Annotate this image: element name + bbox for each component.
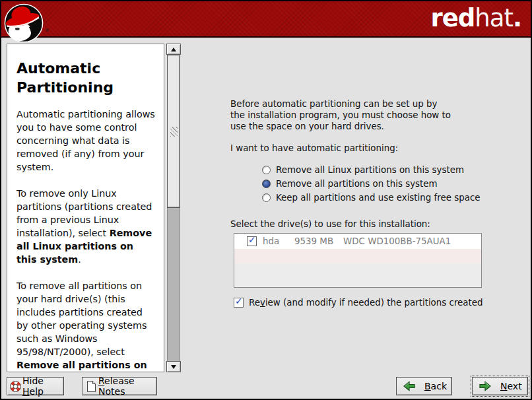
radio-label: Remove all partitions on this system: [276, 179, 438, 189]
triangle-down-icon: [171, 365, 176, 369]
redhat-wordmark: redhat.: [430, 4, 521, 33]
hide-help-button[interactable]: Hide Help: [7, 377, 64, 395]
redhat-shadowman-icon: [3, 3, 44, 44]
help-panel: Automatic Partitioning Automatic partiti…: [7, 44, 164, 372]
drive-model: WDC WD100BB-75AUA1: [343, 236, 451, 246]
next-button-focus-ring: Next: [471, 376, 529, 397]
checkmark-icon: ✓: [248, 235, 256, 245]
next-button[interactable]: Next: [472, 377, 528, 395]
drive-size: 9539 MB: [294, 236, 334, 246]
back-label: Back: [424, 381, 447, 391]
help-paragraph-2: To remove only Linux partitions (partiti…: [17, 187, 155, 266]
title-banner: redhat.: [1, 1, 531, 38]
wordmark-hat: hat: [475, 4, 513, 32]
drives-label: Select the drive(s) to use for this inst…: [230, 219, 430, 229]
drive-device: hda: [263, 236, 294, 246]
radio-button[interactable]: [262, 166, 271, 174]
radio-label: Keep all partitions and use existing fre…: [276, 193, 481, 203]
partitioning-prompt: I want to have automatic partitioning:: [230, 143, 398, 153]
checkmark-icon: ✓: [235, 296, 243, 306]
help-paragraph-3: To remove all partitions on your hard dr…: [17, 279, 155, 372]
drive-checkbox[interactable]: ✓: [247, 236, 257, 246]
scroll-up-button[interactable]: [166, 44, 181, 55]
help-scrollbar[interactable]: [166, 44, 181, 372]
radio-remove-linux[interactable]: Remove all Linux partitions on this syst…: [262, 163, 481, 177]
radio-keep-all[interactable]: Keep all partitions and use existing fre…: [262, 191, 481, 205]
scroll-down-button[interactable]: [166, 361, 181, 372]
scrollbar-track[interactable]: [167, 55, 180, 361]
radio-remove-all[interactable]: Remove all partitions on this system: [262, 177, 481, 191]
arrow-right-icon: [479, 381, 491, 391]
hide-help-label: Hide Help: [22, 376, 59, 397]
thumb-grip-icon: [170, 127, 178, 137]
document-icon: [86, 380, 97, 393]
back-button[interactable]: Back: [396, 377, 452, 395]
drive-row-hda[interactable]: ✓ hda 9539 MB WDC WD100BB-75AUA1: [234, 234, 481, 249]
release-notes-button[interactable]: Release Notes: [82, 377, 157, 395]
review-checkbox[interactable]: ✓: [234, 298, 244, 308]
release-notes-label: Release Notes: [98, 376, 152, 397]
wordmark-period: .: [513, 4, 521, 32]
help-paragraph-1: Automatic partitioning allows you to hav…: [17, 108, 155, 174]
life-preserver-icon: [9, 380, 22, 393]
triangle-up-icon: [171, 48, 176, 51]
help-title: Automatic Partitioning: [17, 59, 155, 97]
installer-window: redhat. ® Automatic Partitioning Automat…: [0, 0, 532, 400]
arrow-left-icon: [403, 381, 415, 391]
registered-trademark: ®: [45, 28, 50, 33]
drive-list: ✓ hda 9539 MB WDC WD100BB-75AUA1: [234, 233, 482, 288]
intro-text: Before automatic partitioning can be set…: [230, 98, 452, 132]
radio-button[interactable]: [262, 193, 271, 202]
scrollbar-thumb[interactable]: [167, 55, 180, 208]
partitioning-radio-group: Remove all Linux partitions on this syst…: [262, 163, 481, 205]
radio-button-selected[interactable]: [262, 180, 271, 188]
wordmark-red: red: [430, 4, 475, 32]
review-label: Review (and modify if needed) the partit…: [249, 298, 483, 308]
drive-list-empty-row: [234, 249, 481, 263]
help-paragraph-3-text: To remove all partitions on your hard dr…: [17, 281, 147, 357]
help-paragraph-3-bold: Remove all partitions on this system: [17, 360, 147, 372]
review-partitions-option[interactable]: ✓ Review (and modify if needed) the part…: [234, 298, 483, 308]
help-paragraph-1-text: Automatic partitioning allows you to hav…: [17, 109, 155, 172]
radio-label: Remove all Linux partitions on this syst…: [276, 165, 464, 175]
next-label: Next: [500, 381, 522, 391]
